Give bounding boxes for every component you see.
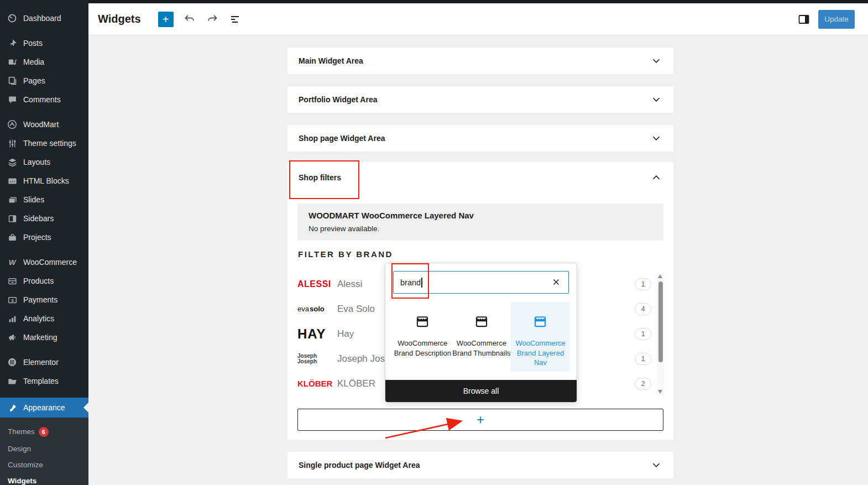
search-input-value: brand bbox=[400, 278, 421, 287]
themes-update-badge: 6 bbox=[39, 427, 49, 437]
submenu-item-widgets[interactable]: Widgets bbox=[0, 473, 88, 485]
hay-logo: HAY bbox=[297, 326, 332, 342]
sidebar-item-slides[interactable]: Slides bbox=[0, 190, 88, 209]
widget-area-panel-portfolio: Portfolio Widget Area bbox=[287, 86, 673, 113]
dashboard-icon bbox=[7, 13, 17, 23]
brush-icon bbox=[7, 403, 17, 413]
block-search-input[interactable]: brand bbox=[393, 271, 569, 294]
sidebar-item-marketing[interactable]: Marketing bbox=[0, 328, 88, 347]
block-calendar-icon bbox=[415, 314, 430, 328]
list-view-icon[interactable] bbox=[228, 13, 242, 26]
brand-count-badge: 1 bbox=[635, 328, 651, 340]
admin-bar-strip bbox=[0, 0, 868, 3]
pin-icon bbox=[7, 38, 17, 48]
sidebar-item-templates[interactable]: Templates bbox=[0, 372, 88, 390]
sidebar-item-woodmart[interactable]: WoodMart bbox=[0, 115, 88, 134]
code-icon: </> bbox=[7, 176, 17, 186]
chevron-down-icon bbox=[650, 93, 662, 106]
brand-count-badge: 4 bbox=[635, 303, 651, 315]
chevron-up-icon bbox=[650, 171, 662, 184]
block-option-brand-thumbnails[interactable]: WooCommerce Brand Thumbnails bbox=[452, 302, 511, 372]
widget-area-panel-main: Main Widget Area bbox=[287, 48, 673, 74]
widget-preview-box[interactable]: WOODMART WooCommerce Layered Nav No prev… bbox=[297, 204, 663, 241]
current-menu-arrow bbox=[83, 403, 88, 413]
widget-area-panel-shop-page: Shop page Widget Area bbox=[287, 125, 673, 152]
brand-list-scrollbar[interactable] bbox=[657, 273, 664, 395]
sidebar-item-sidebars[interactable]: Sidebars bbox=[0, 209, 88, 228]
update-button[interactable]: Update bbox=[818, 10, 855, 29]
block-option-brand-description[interactable]: WooCommerce Brand Description bbox=[393, 302, 452, 372]
block-option-brand-layered-nav[interactable]: WooCommerce Brand Layered Nav bbox=[511, 302, 570, 372]
alessi-logo: ALESSI bbox=[297, 279, 332, 289]
sidebar-item-layouts[interactable]: Layouts bbox=[0, 153, 88, 171]
widget-preview-title: WOODMART WooCommerce Layered Nav bbox=[308, 211, 652, 220]
chevron-down-icon bbox=[650, 55, 662, 67]
block-calendar-icon bbox=[533, 314, 547, 328]
submenu-item-design[interactable]: Design bbox=[0, 441, 88, 457]
sidebar-icon bbox=[7, 213, 17, 223]
widget-area-header-portfolio[interactable]: Portfolio Widget Area bbox=[287, 86, 673, 113]
sidebar-item-payments[interactable]: $ Payments bbox=[0, 290, 88, 309]
add-widget-block-area[interactable]: + bbox=[297, 409, 663, 431]
bar-chart-icon bbox=[7, 314, 17, 324]
page-title: Widgets bbox=[98, 13, 141, 25]
media-icon bbox=[7, 57, 17, 67]
sidebar-item-appearance[interactable]: Appearance bbox=[0, 398, 88, 418]
add-block-button[interactable]: + bbox=[158, 12, 174, 27]
megaphone-icon bbox=[7, 332, 17, 342]
chevron-down-icon bbox=[650, 132, 662, 144]
chevron-down-icon bbox=[650, 459, 662, 471]
eva-solo-logo: eva solo bbox=[297, 305, 332, 313]
brand-count-badge: 1 bbox=[635, 278, 651, 290]
scroll-up-arrow-icon[interactable] bbox=[658, 274, 662, 278]
sidebar-item-products[interactable]: Products bbox=[0, 272, 88, 290]
submenu-item-customize[interactable]: Customize bbox=[0, 457, 88, 473]
sidebar-item-dashboard[interactable]: Dashboard bbox=[0, 9, 88, 28]
undo-icon[interactable] bbox=[183, 13, 196, 26]
widget-area-header-single-product[interactable]: Single product page Widget Area bbox=[287, 452, 673, 478]
svg-text:$: $ bbox=[11, 298, 14, 303]
admin-sidebar: Dashboard Posts Media Pages Comments Woo… bbox=[0, 0, 88, 485]
submenu-item-themes[interactable]: Themes6 bbox=[0, 423, 88, 441]
scroll-down-arrow-icon[interactable] bbox=[658, 390, 662, 394]
scrollbar-thumb[interactable] bbox=[658, 281, 663, 362]
sidebar-item-posts[interactable]: Posts bbox=[0, 34, 88, 53]
settings-sidebar-toggle-icon[interactable] bbox=[797, 13, 811, 26]
clear-search-icon[interactable] bbox=[551, 277, 562, 288]
sidebar-item-elementor[interactable]: Elementor bbox=[0, 353, 88, 372]
appearance-submenu: Themes6 Design Customize Widgets bbox=[0, 418, 88, 485]
plus-icon: + bbox=[477, 413, 484, 426]
folder-icon bbox=[7, 376, 17, 386]
layers-icon bbox=[7, 157, 17, 167]
widget-preview-note: No preview available. bbox=[308, 225, 652, 233]
sidebar-item-media[interactable]: Media bbox=[0, 53, 88, 71]
sidebar-item-projects[interactable]: Projects bbox=[0, 228, 88, 247]
pages-icon bbox=[7, 76, 17, 86]
widgets-editor-canvas: Main Widget Area Portfolio Widget Area S… bbox=[88, 35, 868, 485]
box-icon bbox=[7, 276, 17, 286]
redo-icon[interactable] bbox=[206, 13, 219, 26]
klober-logo: KLÖBER bbox=[297, 379, 332, 388]
brand-count-badge: 2 bbox=[635, 378, 651, 390]
block-calendar-icon bbox=[474, 314, 489, 328]
sidebar-item-html-blocks[interactable]: </> HTML Blocks bbox=[0, 171, 88, 190]
widget-area-header-main[interactable]: Main Widget Area bbox=[287, 48, 673, 74]
woodmart-icon bbox=[7, 119, 17, 129]
sidebar-item-comments[interactable]: Comments bbox=[0, 90, 88, 109]
sidebar-item-theme-settings[interactable]: Theme settings bbox=[0, 134, 88, 153]
sidebar-item-woocommerce[interactable]: W WooCommerce bbox=[0, 253, 88, 272]
widgets-editor-toolbar: Widgets + Update bbox=[88, 3, 868, 35]
joseph-joseph-logo: JosephJoseph bbox=[297, 353, 332, 364]
sidebar-item-analytics[interactable]: Analytics bbox=[0, 309, 88, 328]
block-inserter-popup: brand WooCommerce Brand Description WooC… bbox=[385, 263, 577, 403]
filter-by-brand-heading: FILTER BY BRAND bbox=[298, 249, 393, 259]
sliders-icon bbox=[7, 138, 17, 148]
sidebar-item-pages[interactable]: Pages bbox=[0, 71, 88, 90]
widget-area-header-shop-page[interactable]: Shop page Widget Area bbox=[287, 125, 673, 152]
svg-text:</>: </> bbox=[9, 180, 15, 183]
comment-icon bbox=[7, 95, 17, 105]
text-cursor bbox=[421, 278, 422, 288]
widget-area-header-shop-filters[interactable]: Shop filters bbox=[287, 162, 673, 193]
browse-all-button[interactable]: Browse all bbox=[385, 380, 577, 402]
brand-count-badge: 1 bbox=[635, 353, 651, 365]
